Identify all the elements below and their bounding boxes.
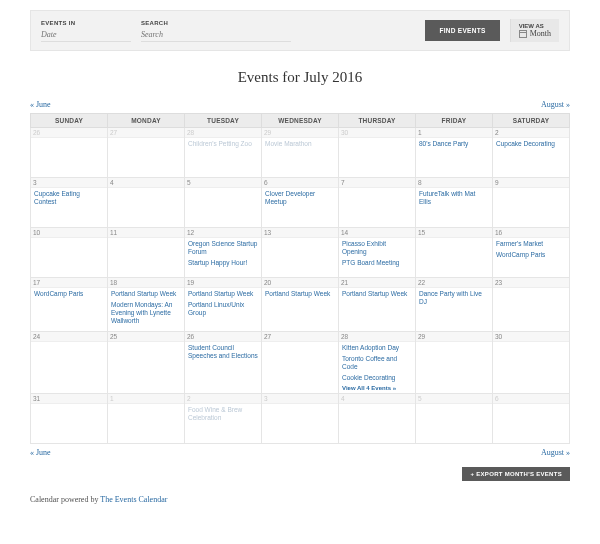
- event-link[interactable]: Toronto Coffee and Code: [342, 355, 412, 371]
- event-link[interactable]: Portland Startup Week: [188, 290, 258, 298]
- calendar-day-cell[interactable]: 28Children's Petting Zoo: [185, 128, 262, 178]
- calendar-day-cell[interactable]: 24: [31, 331, 108, 394]
- export-button[interactable]: + EXPORT MONTH'S EVENTS: [462, 467, 570, 481]
- event-link[interactable]: Children's Petting Zoo: [188, 140, 258, 148]
- calendar-day-cell[interactable]: 30: [339, 128, 416, 178]
- event-link[interactable]: Oregon Science Startup Forum: [188, 240, 258, 256]
- next-month-link-bottom[interactable]: August »: [541, 448, 570, 457]
- calendar-day-cell[interactable]: 7: [339, 178, 416, 228]
- search-group: SEARCH: [141, 20, 291, 42]
- calendar-day-cell[interactable]: 4: [339, 394, 416, 444]
- event-link[interactable]: Farmer's Market: [496, 240, 566, 248]
- calendar-dow-header: SATURDAY: [493, 114, 570, 128]
- event-link[interactable]: Kitten Adoption Day: [342, 344, 412, 352]
- calendar-day-cell[interactable]: 5: [416, 394, 493, 444]
- calendar-day-cell[interactable]: 20Portland Startup Week: [262, 278, 339, 332]
- calendar-day-cell[interactable]: 1: [108, 394, 185, 444]
- event-link[interactable]: PTG Board Meeting: [342, 259, 412, 267]
- day-number: 14: [339, 228, 415, 238]
- calendar-grid: SUNDAYMONDAYTUESDAYWEDNESDAYTHURSDAYFRID…: [30, 113, 570, 444]
- calendar-day-cell[interactable]: 23: [493, 278, 570, 332]
- calendar-day-cell[interactable]: 2Food Wine & Brew Celebration: [185, 394, 262, 444]
- search-input[interactable]: [141, 28, 291, 42]
- event-link[interactable]: Picasso Exhibit Opening: [342, 240, 412, 256]
- calendar-day-cell[interactable]: 180's Dance Party: [416, 128, 493, 178]
- find-events-button[interactable]: FIND EVENTS: [425, 20, 499, 41]
- event-link[interactable]: Portland Startup Week: [265, 290, 335, 298]
- calendar-day-cell[interactable]: 26Student Council Speeches and Elections: [185, 331, 262, 394]
- day-number: 20: [262, 278, 338, 288]
- event-link[interactable]: Startup Happy Hour!: [188, 259, 258, 267]
- calendar-day-cell[interactable]: 29Movie Marathon: [262, 128, 339, 178]
- month-nav-bottom: « June August »: [30, 448, 570, 457]
- calendar-day-cell[interactable]: 25: [108, 331, 185, 394]
- event-link[interactable]: Student Council Speeches and Elections: [188, 344, 258, 360]
- calendar-day-cell[interactable]: 5: [185, 178, 262, 228]
- event-link[interactable]: Modern Mondays: An Evening with Lynette …: [111, 301, 181, 325]
- event-link[interactable]: 80's Dance Party: [419, 140, 489, 148]
- calendar-day-cell[interactable]: 19Portland Startup WeekPortland Linux/Un…: [185, 278, 262, 332]
- calendar-dow-header: TUESDAY: [185, 114, 262, 128]
- calendar-day-cell[interactable]: 27: [108, 128, 185, 178]
- event-link[interactable]: WordCamp Paris: [34, 290, 104, 298]
- event-link[interactable]: Cupcake Decorating: [496, 140, 566, 148]
- day-number: 28: [185, 128, 261, 138]
- calendar-day-cell[interactable]: 12Oregon Science Startup ForumStartup Ha…: [185, 228, 262, 278]
- calendar-day-cell[interactable]: 16Farmer's MarketWordCamp Paris: [493, 228, 570, 278]
- calendar-day-cell[interactable]: 28Kitten Adoption DayToronto Coffee and …: [339, 331, 416, 394]
- calendar-day-cell[interactable]: 14Picasso Exhibit OpeningPTG Board Meeti…: [339, 228, 416, 278]
- calendar-day-cell[interactable]: 6: [493, 394, 570, 444]
- calendar-day-cell[interactable]: 10: [31, 228, 108, 278]
- event-link[interactable]: Dance Party with Live DJ: [419, 290, 489, 306]
- calendar-day-cell[interactable]: 3Cupcake Eating Contest: [31, 178, 108, 228]
- calendar-day-cell[interactable]: 8FutureTalk with Mat Ellis: [416, 178, 493, 228]
- event-link[interactable]: Movie Marathon: [265, 140, 335, 148]
- events-in-input[interactable]: [41, 28, 131, 42]
- calendar-day-cell[interactable]: 6Clover Developer Meetup: [262, 178, 339, 228]
- calendar-day-cell[interactable]: 27: [262, 331, 339, 394]
- day-number: 26: [31, 128, 107, 138]
- day-number: 5: [416, 394, 492, 404]
- calendar-week-row: 242526Student Council Speeches and Elect…: [31, 331, 570, 394]
- calendar-day-cell[interactable]: 17WordCamp Paris: [31, 278, 108, 332]
- day-number: 4: [339, 394, 415, 404]
- calendar-day-cell[interactable]: 18Portland Startup WeekModern Mondays: A…: [108, 278, 185, 332]
- calendar-day-cell[interactable]: 21Portland Startup Week: [339, 278, 416, 332]
- event-link[interactable]: Portland Startup Week: [111, 290, 181, 298]
- event-link[interactable]: Clover Developer Meetup: [265, 190, 335, 206]
- calendar-day-cell[interactable]: 13: [262, 228, 339, 278]
- calendar-day-cell[interactable]: 9: [493, 178, 570, 228]
- calendar-day-cell[interactable]: 26: [31, 128, 108, 178]
- day-number: 13: [262, 228, 338, 238]
- event-link[interactable]: WordCamp Paris: [496, 251, 566, 259]
- calendar-day-cell[interactable]: 31: [31, 394, 108, 444]
- calendar-day-cell[interactable]: 30: [493, 331, 570, 394]
- view-as-value: Month: [530, 29, 551, 38]
- day-number: 3: [31, 178, 107, 188]
- event-link[interactable]: Portland Startup Week: [342, 290, 412, 298]
- prev-month-link[interactable]: « June: [30, 100, 51, 109]
- calendar-day-cell[interactable]: 22Dance Party with Live DJ: [416, 278, 493, 332]
- event-link[interactable]: Cupcake Eating Contest: [34, 190, 104, 206]
- calendar-day-cell[interactable]: 11: [108, 228, 185, 278]
- calendar-day-cell[interactable]: 29: [416, 331, 493, 394]
- calendar-day-cell[interactable]: 2Cupcake Decorating: [493, 128, 570, 178]
- day-number: 17: [31, 278, 107, 288]
- prev-month-link-bottom[interactable]: « June: [30, 448, 51, 457]
- calendar-day-cell[interactable]: 3: [262, 394, 339, 444]
- day-number: 23: [493, 278, 569, 288]
- event-link[interactable]: FutureTalk with Mat Ellis: [419, 190, 489, 206]
- view-as-selector[interactable]: VIEW AS Month: [510, 19, 559, 42]
- next-month-link[interactable]: August »: [541, 100, 570, 109]
- day-number: 2: [185, 394, 261, 404]
- calendar-day-cell[interactable]: 4: [108, 178, 185, 228]
- event-link[interactable]: Cookie Decorating: [342, 374, 412, 382]
- day-number: 27: [108, 128, 184, 138]
- event-link[interactable]: Portland Linux/Unix Group: [188, 301, 258, 317]
- powered-by-link[interactable]: The Events Calendar: [100, 495, 167, 504]
- day-number: 11: [108, 228, 184, 238]
- day-number: 1: [108, 394, 184, 404]
- view-all-link[interactable]: View All 4 Events »: [342, 385, 412, 391]
- calendar-day-cell[interactable]: 15: [416, 228, 493, 278]
- event-link[interactable]: Food Wine & Brew Celebration: [188, 406, 258, 422]
